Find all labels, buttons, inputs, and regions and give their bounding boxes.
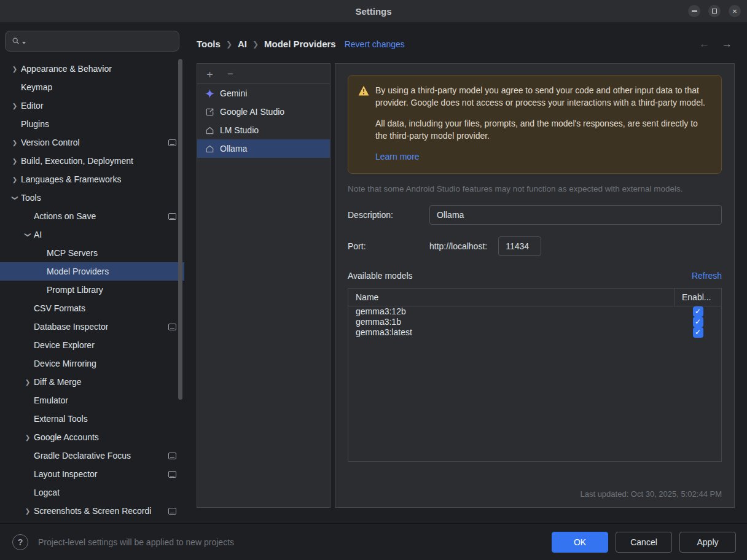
sidebar-item-label: Database Inspector [34, 322, 108, 332]
sidebar-item-database-inspector[interactable]: Database Inspector [0, 317, 184, 336]
chevron-down-icon[interactable]: ❯ [25, 228, 31, 241]
chevron-right-icon[interactable]: ❯ [9, 103, 21, 109]
port-input[interactable] [498, 236, 541, 256]
last-updated-text: Last updated: Oct 30, 2025, 5:02:44 PM [348, 489, 722, 499]
search-box[interactable] [5, 31, 179, 52]
sidebar-item-logcat[interactable]: Logcat [0, 483, 184, 502]
warning-banner: By using a third-party model you agree t… [348, 75, 722, 174]
provider-item-lm-studio[interactable]: LM Studio [197, 121, 330, 139]
model-row-gemma3-12b[interactable]: gemma3:12b✓ [348, 306, 721, 317]
window-controls: ✕ [688, 0, 741, 22]
sidebar-scrollbar[interactable] [178, 59, 182, 400]
sidebar-item-emulator[interactable]: Emulator [0, 391, 184, 410]
available-models-row: Available models Refresh [348, 271, 722, 281]
available-models-label: Available models [348, 271, 413, 281]
settings-window: Settings ✕ ❯Appearance & BehaviorKeymap❯… [0, 0, 747, 560]
sidebar-item-diff-merge[interactable]: ❯Diff & Merge [0, 373, 184, 391]
sidebar-item-layout-inspector[interactable]: Layout Inspector [0, 465, 184, 483]
chevron-right-icon[interactable]: ❯ [9, 66, 21, 72]
sidebar-item-label: Tools [21, 193, 41, 203]
breadcrumb-item-tools[interactable]: Tools [197, 39, 221, 49]
add-provider-button[interactable]: ＋ [203, 69, 216, 79]
lm-studio-icon [205, 126, 214, 135]
ok-button[interactable]: OK [552, 532, 608, 553]
sidebar-item-device-explorer[interactable]: Device Explorer [0, 336, 184, 354]
column-header-enabled[interactable]: Enabl... [675, 289, 721, 306]
provider-item-google-ai-studio[interactable]: Google AI Studio [197, 103, 330, 121]
maximize-icon [712, 9, 717, 14]
breadcrumb-separator: ❯ [252, 40, 259, 49]
sidebar-item-plugins[interactable]: Plugins [0, 115, 184, 133]
warning-paragraph-1: By using a third-party model you agree t… [375, 85, 711, 109]
sidebar-item-keymap[interactable]: Keymap [0, 78, 184, 96]
learn-more-link[interactable]: Learn more [375, 151, 420, 163]
apply-button[interactable]: Apply [679, 532, 736, 553]
minimize-icon [692, 10, 697, 12]
google-ai-studio-icon [205, 107, 214, 117]
sidebar-item-editor[interactable]: ❯Editor [0, 96, 184, 115]
sidebar-item-label: External Tools [34, 414, 88, 424]
minimize-button[interactable] [688, 5, 700, 17]
model-enabled-checkbox[interactable]: ✓ [693, 306, 703, 317]
sidebar-item-ai[interactable]: ❯AI [0, 225, 184, 244]
provider-item-gemini[interactable]: Gemini [197, 84, 330, 103]
chevron-right-icon[interactable]: ❯ [22, 508, 34, 515]
port-label: Port: [348, 241, 429, 251]
sidebar-item-screenshots-screen-recordi[interactable]: ❯Screenshots & Screen Recordi [0, 502, 184, 520]
sidebar-item-languages-frameworks[interactable]: ❯Languages & Frameworks [0, 170, 184, 189]
port-row: Port: http://localhost: [348, 236, 722, 256]
sidebar-item-label: Build, Execution, Deployment [21, 156, 133, 166]
revert-changes-link[interactable]: Revert changes [345, 39, 405, 49]
sidebar-item-gradle-declarative-focus[interactable]: Gradle Declarative Focus [0, 446, 184, 465]
main-area: Tools❯AI❯Model Providers Revert changes … [184, 22, 747, 523]
model-enabled-checkbox[interactable]: ✓ [693, 327, 703, 338]
column-header-name[interactable]: Name [348, 289, 675, 306]
window-title: Settings [355, 6, 391, 17]
model-row-gemma3-1b[interactable]: gemma3:1b✓ [348, 317, 721, 327]
chevron-right-icon[interactable]: ❯ [22, 379, 34, 386]
chevron-right-icon[interactable]: ❯ [22, 434, 34, 441]
sidebar-item-tools[interactable]: ❯Tools [0, 189, 184, 207]
sidebar-item-label: Plugins [21, 119, 49, 129]
breadcrumb-item-ai[interactable]: AI [238, 39, 247, 49]
chevron-down-icon[interactable]: ❯ [12, 192, 18, 204]
sidebar-item-csv-formats[interactable]: CSV Formats [0, 299, 184, 317]
current-project-icon [168, 139, 176, 146]
current-project-icon [168, 508, 176, 515]
chevron-right-icon[interactable]: ❯ [9, 139, 21, 146]
sidebar-item-version-control[interactable]: ❯Version Control [0, 133, 184, 152]
refresh-link[interactable]: Refresh [692, 271, 722, 281]
cancel-button[interactable]: Cancel [616, 532, 672, 553]
forward-arrow-icon[interactable]: → [722, 38, 732, 50]
sidebar-item-label: Prompt Library [47, 285, 103, 295]
breadcrumb-row: Tools❯AI❯Model Providers Revert changes … [197, 22, 735, 63]
back-arrow-icon[interactable]: ← [699, 38, 710, 50]
provider-item-ollama[interactable]: Ollama [197, 139, 330, 158]
description-input[interactable] [429, 205, 722, 225]
sidebar-item-label: Editor [21, 101, 44, 111]
breadcrumb-item-model-providers[interactable]: Model Providers [264, 39, 336, 49]
sidebar-item-model-providers[interactable]: Model Providers [0, 262, 184, 281]
sidebar-item-mcp-servers[interactable]: MCP Servers [0, 244, 184, 262]
search-options-caret-icon [22, 42, 26, 44]
sidebar-item-google-accounts[interactable]: ❯Google Accounts [0, 428, 184, 446]
current-project-icon [168, 471, 176, 478]
model-enabled-cell: ✓ [675, 317, 721, 327]
sidebar-item-external-tools[interactable]: External Tools [0, 410, 184, 428]
help-button[interactable]: ? [12, 534, 28, 550]
chevron-right-icon[interactable]: ❯ [9, 176, 21, 183]
maximize-button[interactable] [708, 5, 721, 17]
sidebar-item-actions-on-save[interactable]: Actions on Save [0, 207, 184, 225]
model-row-gemma3-latest[interactable]: gemma3:latest✓ [348, 327, 721, 338]
sidebar-item-appearance-behavior[interactable]: ❯Appearance & Behavior [0, 60, 184, 78]
model-enabled-checkbox[interactable]: ✓ [693, 317, 703, 327]
provider-label: Gemini [220, 88, 247, 98]
sidebar-item-prompt-library[interactable]: Prompt Library [0, 281, 184, 299]
sidebar-item-device-mirroring[interactable]: Device Mirroring [0, 354, 184, 373]
chevron-right-icon[interactable]: ❯ [9, 158, 21, 165]
description-label: Description: [348, 210, 429, 220]
sidebar-item-build-execution-deployment[interactable]: ❯Build, Execution, Deployment [0, 152, 184, 170]
port-prefix: http://localhost: [429, 241, 487, 251]
close-button[interactable]: ✕ [729, 5, 741, 17]
remove-provider-button[interactable]: − [226, 69, 235, 79]
